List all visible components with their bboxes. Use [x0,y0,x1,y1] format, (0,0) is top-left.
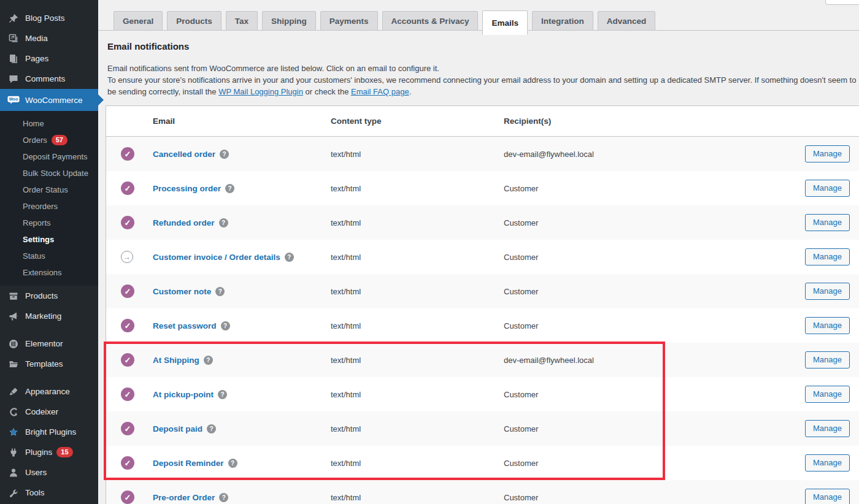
status-enabled-icon: ✓ [121,353,134,367]
sidebar-item-tools[interactable]: Tools [0,483,98,503]
tab-general[interactable]: General [114,11,163,31]
menu-item-label: WooCommerce [25,96,83,105]
menu-item-label: Appearance [25,387,70,396]
email-name-link[interactable]: At pickup-point [153,390,214,399]
email-name-cell: Cancelled order? [153,150,331,159]
sidebar-item-users[interactable]: Users [0,462,98,483]
help-icon[interactable]: ? [225,184,234,193]
status-manual-icon: → [121,251,133,263]
recipient-cell: Customer [504,184,805,193]
admin-sidebar: Blog PostsMediaPagesCommentsWooWooCommer… [0,0,98,504]
help-icon[interactable]: ? [221,321,230,330]
menu-item-label: Plugins [25,448,52,457]
help-icon[interactable]: ? [204,356,213,365]
menu-item-label: Users [25,468,47,477]
email-name-link[interactable]: Reset password [153,321,217,330]
email-row-customer-invoice-order-details: →Customer invoice / Order details?text/h… [106,240,859,274]
status-cell: ✓ [106,388,153,401]
tab-tax[interactable]: Tax [226,11,258,31]
help-icon[interactable]: ? [228,459,237,468]
help-icon[interactable]: ? [285,253,294,262]
sidebar-item-bright-plugins[interactable]: Bright Plugins [0,422,98,442]
sidebar-item-templates[interactable]: Templates [0,354,98,374]
email-name-link[interactable]: At Shipping [153,356,199,365]
sidebar-item-codeixer[interactable]: Codeixer [0,402,98,422]
sidebar-subitem-status[interactable]: Status [0,248,98,264]
help-icon[interactable]: ? [219,218,228,227]
wp-mail-logging-plugin-link[interactable]: WP Mail Logging Plugin [218,87,303,96]
manage-button[interactable]: Manage [805,489,850,504]
manage-button[interactable]: Manage [805,420,850,437]
content-type-cell: text/html [331,459,504,468]
manage-button[interactable]: Manage [805,386,850,403]
sidebar-subitem-orders[interactable]: Orders57 [0,132,98,148]
sidebar-subitem-bulk-stock-update[interactable]: Bulk Stock Update [0,165,98,181]
status-cell: ✓ [106,284,153,298]
manage-button[interactable]: Manage [805,214,850,231]
tab-advanced[interactable]: Advanced [598,11,656,31]
sidebar-subitem-order-status[interactable]: Order Status [0,181,98,198]
email-name-cell: Processing order? [153,184,331,193]
help-icon[interactable]: ? [207,424,216,433]
manage-cell: Manage [805,386,859,403]
sidebar-item-appearance[interactable]: Appearance [0,381,98,402]
sidebar-subitem-home[interactable]: Home [0,115,98,132]
manage-cell: Manage [805,283,859,300]
tab-payments[interactable]: Payments [320,11,378,31]
manage-cell: Manage [805,248,859,265]
email-name-link[interactable]: Deposit paid [153,424,202,433]
manage-button[interactable]: Manage [805,454,850,472]
email-name-link[interactable]: Pre-order Order [153,493,215,502]
sidebar-item-comments[interactable]: Comments [0,69,98,89]
email-name-link[interactable]: Processing order [153,184,221,193]
sidebar-subitem-reports[interactable]: Reports [0,215,98,231]
email-row-processing-order: ✓Processing order?text/htmlCustomerManag… [106,171,859,205]
sidebar-item-plugins[interactable]: Plugins15 [0,442,98,462]
manage-button[interactable]: Manage [805,283,850,300]
sidebar-subitem-preorders[interactable]: Preorders [0,198,98,215]
status-enabled-icon: ✓ [121,284,134,298]
email-name-link[interactable]: Refunded order [153,218,215,227]
tab-shipping[interactable]: Shipping [262,11,316,31]
megaphone-icon [7,311,20,322]
email-name-link[interactable]: Customer invoice / Order details [153,253,280,262]
sidebar-item-pages[interactable]: Pages [0,48,98,69]
email-name-link[interactable]: Deposit Reminder [153,459,224,468]
sidebar-item-woocommerce[interactable]: WooWooCommerce [0,89,98,111]
email-name-link[interactable]: Customer note [153,287,211,296]
sidebar-subitem-settings[interactable]: Settings [0,231,98,248]
email-name-link[interactable]: Cancelled order [153,150,215,159]
manage-button[interactable]: Manage [805,180,850,197]
manage-button[interactable]: Manage [805,145,850,162]
sidebar-item-blog-posts[interactable]: Blog Posts [0,8,98,28]
help-icon[interactable]: ? [220,150,229,159]
status-cell: ✓ [106,353,153,367]
recipient-cell: dev-email@flywheel.local [504,356,805,365]
email-row-deposit-paid: ✓Deposit paid?text/htmlCustomerManage [106,411,859,446]
tab-integration[interactable]: Integration [532,11,593,31]
help-icon[interactable]: ? [219,493,228,502]
status-enabled-icon: ✓ [121,216,134,229]
manage-button[interactable]: Manage [805,317,850,334]
partial-search-box[interactable] [825,0,859,5]
help-icon[interactable]: ? [218,390,227,399]
help-icon[interactable]: ? [215,287,225,296]
manage-button[interactable]: Manage [805,351,850,368]
sidebar-item-elementor[interactable]: Elementor [0,334,98,354]
tab-accounts-privacy[interactable]: Accounts & Privacy [382,11,479,31]
email-faq-page-link[interactable]: Email FAQ page [351,87,409,96]
status-cell: ✓ [106,422,153,435]
count-badge: 15 [56,447,72,457]
menu-item-label: Marketing [25,311,61,321]
tab-emails[interactable]: Emails [482,10,528,35]
sidebar-item-media[interactable]: Media [0,28,98,48]
status-cell: ✓ [106,319,153,332]
recipient-cell: Customer [504,253,805,262]
sidebar-item-marketing[interactable]: Marketing [0,306,98,326]
sidebar-subitem-deposit-payments[interactable]: Deposit Payments [0,148,98,165]
tab-products[interactable]: Products [167,11,221,31]
sidebar-subitem-extensions[interactable]: Extensions [0,264,98,281]
manage-button[interactable]: Manage [805,248,850,265]
sidebar-item-products[interactable]: Products [0,286,98,306]
users-icon [7,467,20,478]
